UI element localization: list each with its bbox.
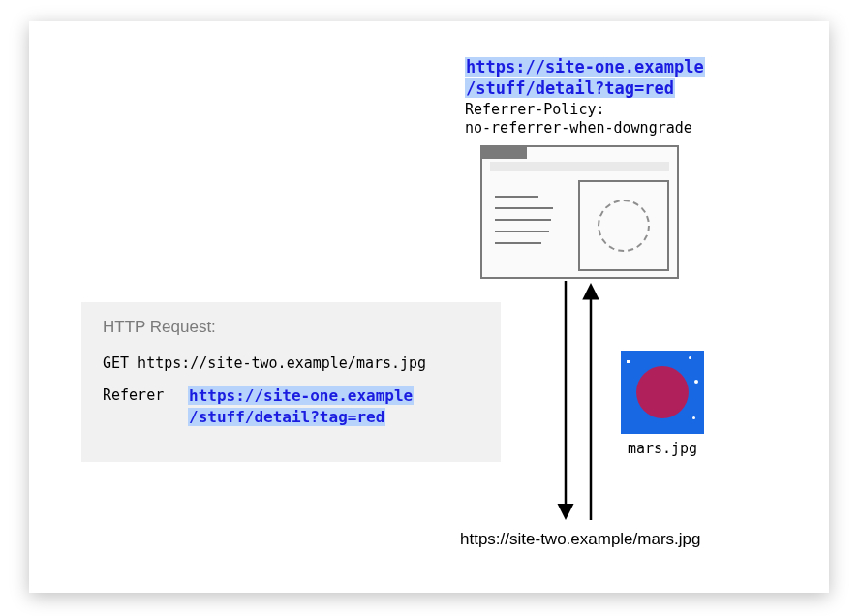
star-icon xyxy=(627,360,630,363)
diagram-canvas: https://site-one.example /stuff/detail?t… xyxy=(29,21,829,593)
star-icon xyxy=(689,356,691,359)
text-line-icon xyxy=(495,231,549,232)
browser-mockup xyxy=(480,145,679,279)
text-line-icon xyxy=(495,219,551,221)
browser-tab-icon xyxy=(480,145,527,159)
referrer-policy-label: Referrer-Policy: xyxy=(465,101,605,118)
referer-header-value: https://site-one.example /stuff/detail?t… xyxy=(188,385,414,427)
mars-caption: mars.jpg xyxy=(621,440,704,457)
source-url-line2: /stuff/detail?tag=red xyxy=(465,78,675,98)
referer-value-line1: https://site-one.example xyxy=(188,386,414,405)
destination-url: https://site-two.example/mars.jpg xyxy=(460,530,700,549)
star-icon xyxy=(694,380,698,384)
mars-image-tile xyxy=(621,351,704,434)
referer-value-line2: /stuff/detail?tag=red xyxy=(188,408,385,426)
http-request-title: HTTP Request: xyxy=(103,318,479,337)
referrer-policy: Referrer-Policy: no-referrer-when-downgr… xyxy=(465,101,692,138)
referer-header-label: Referer xyxy=(103,385,182,404)
image-placeholder-icon xyxy=(598,200,650,252)
source-url: https://site-one.example /stuff/detail?t… xyxy=(465,56,755,99)
text-line-icon xyxy=(495,242,541,244)
http-request-panel: HTTP Request: GET https://site-two.examp… xyxy=(81,302,501,462)
planet-icon xyxy=(636,366,689,418)
http-get-line: GET https://site-two.example/mars.jpg xyxy=(103,354,479,372)
referrer-policy-value: no-referrer-when-downgrade xyxy=(465,119,692,137)
star-icon xyxy=(692,416,695,419)
source-url-line1: https://site-one.example xyxy=(465,57,705,77)
browser-address-bar xyxy=(490,162,669,171)
image-placeholder-box xyxy=(578,180,669,271)
text-line-icon xyxy=(495,207,553,209)
text-line-icon xyxy=(495,196,538,198)
